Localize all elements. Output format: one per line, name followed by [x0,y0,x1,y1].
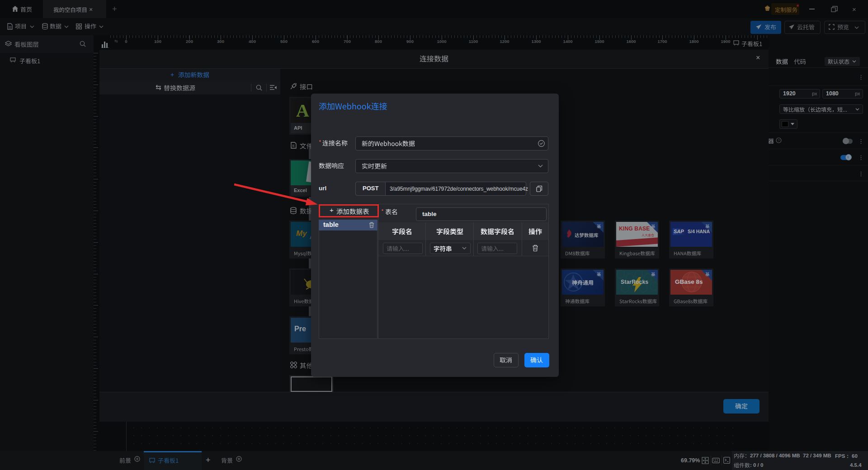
svg-text:?: ? [778,138,780,142]
svg-text:E: E [292,144,295,148]
